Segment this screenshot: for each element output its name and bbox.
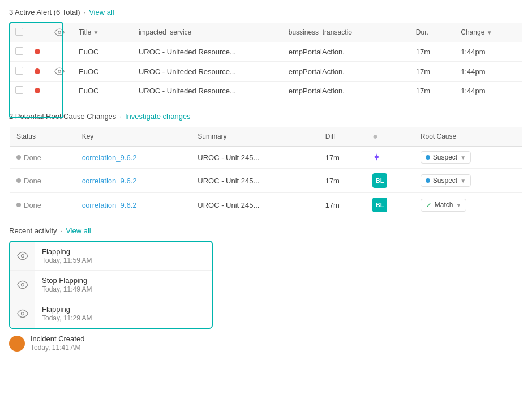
row1-title: EuOC [73, 42, 133, 62]
status-done-2: Done [16, 177, 68, 185]
dot-separator-3: · [61, 226, 63, 235]
match-badge[interactable]: ✓ Match ▼ [421, 199, 467, 212]
table-row: EuOC UROC - Uniteded Resource... empPort… [10, 62, 523, 82]
col-summary-header: Summary [191, 127, 318, 147]
col-rootcause-header: Root Cause [414, 127, 523, 147]
row2-eye-icon[interactable] [52, 66, 67, 76]
person-icon: ● [372, 131, 378, 141]
rc-row1-key: correlation_9.6.2 [75, 147, 191, 169]
row2-dur: 17m [410, 62, 455, 82]
root-cause-header-row: Status Key Summary Diff ● Root Cause [10, 127, 523, 147]
key-link-3[interactable]: correlation_9.6.2 [82, 201, 137, 209]
row3-checkbox-cell [10, 82, 29, 101]
table-row: Done correlation_9.6.2 UROC - Unit 245..… [10, 169, 523, 193]
row2-eye-cell [46, 62, 73, 82]
rc-row2-diff: 17m [319, 169, 366, 193]
suspect-badge-2[interactable]: Suspect ▼ [421, 174, 471, 187]
alerts-section: 3 Active Alert (6 Total) · View all [0, 0, 532, 104]
row2-business: empPortalAction. [283, 62, 410, 82]
row3-eye-cell [46, 82, 73, 101]
match-label: Match [435, 201, 453, 209]
eye-svg-activity-2 [17, 279, 28, 290]
alerts-header-row: Title ▼ impacted_service bussiness_trans… [10, 23, 523, 42]
dot-separator-1: · [84, 8, 86, 16]
row2-checkbox[interactable] [15, 67, 23, 75]
row1-eye-cell [46, 42, 73, 62]
row2-status-dot [35, 68, 40, 74]
svg-point-0 [58, 31, 61, 34]
row1-impacted: UROC - Uniteded Resource... [133, 42, 283, 62]
activity-view-all[interactable]: View all [66, 226, 91, 235]
done-dot-3 [16, 203, 21, 207]
rc-row2-key: correlation_9.6.2 [75, 169, 191, 193]
activity-content-1: Flapping Today, 11:59 AM [35, 242, 212, 270]
col-status-header: Status [10, 127, 75, 147]
root-cause-section: 2 Potential Root Cause Changes · Investi… [0, 104, 532, 221]
row2-title: EuOC [73, 62, 133, 82]
incident-time: Today, 11:41 AM [31, 344, 84, 352]
rc-row1-summary: UROC - Unit 245... [191, 147, 318, 169]
row2-dot-cell [29, 62, 46, 82]
done-dot-1 [16, 155, 21, 160]
row1-checkbox[interactable] [15, 47, 23, 55]
activity-content-3: Flapping Today, 11:29 AM [35, 299, 212, 328]
sparkle-avatar: ✦ [372, 152, 381, 163]
svg-point-2 [21, 255, 24, 258]
rc-row1-rootcause: Suspect ▼ [414, 147, 523, 169]
status-done-1: Done [16, 153, 68, 162]
suspect-dot-1 [426, 155, 430, 160]
investigate-changes-link[interactable]: Investigate changes [125, 112, 191, 121]
rc-row3-summary: UROC - Unit 245... [191, 193, 318, 217]
key-link-1[interactable]: correlation_9.6.2 [82, 153, 137, 162]
alerts-wrapper: Title ▼ impacted_service bussiness_trans… [9, 22, 523, 101]
orange-dot-icon [9, 336, 25, 352]
key-link-2[interactable]: correlation_9.6.2 [82, 177, 137, 185]
recent-activity-section: Recent activity · View all Flapping Toda… [0, 221, 532, 359]
row3-checkbox[interactable] [15, 86, 23, 94]
row3-title: EuOC [73, 82, 133, 101]
activity-item-time-3: Today, 11:29 AM [42, 314, 205, 322]
activity-content-2: Stop Flapping Today, 11:49 AM [35, 271, 212, 299]
alerts-header: 3 Active Alert (6 Total) · View all [9, 8, 523, 16]
suspect-dot-2 [426, 178, 430, 183]
activity-item-title-2: Stop Flapping [42, 276, 205, 285]
status-done-3: Done [16, 201, 68, 209]
root-cause-count: 2 Potential Root Cause Changes [9, 112, 116, 121]
col-diff-header: Diff [319, 127, 366, 147]
col-title-header: Title ▼ [73, 23, 133, 42]
change-sort-icon: ▼ [487, 29, 492, 36]
col-business-header: bussiness_transactio [283, 23, 410, 42]
table-row: EuOC UROC - Uniteded Resource... empPort… [10, 42, 523, 62]
svg-point-1 [58, 70, 61, 73]
bl-avatar-1: BL [372, 173, 387, 188]
rc-row2-status: Done [10, 169, 75, 193]
chevron-down-icon-3: ▼ [456, 202, 461, 208]
rc-row2-rootcause: Suspect ▼ [414, 169, 523, 193]
dot-separator-2: · [119, 112, 122, 121]
rc-row3-rootcause: ✓ Match ▼ [414, 193, 523, 217]
title-sort-icon: ▼ [93, 29, 99, 36]
eye-svg-row2 [54, 66, 65, 76]
alerts-table: Title ▼ impacted_service bussiness_trans… [9, 22, 523, 101]
row1-business: empPortalAction. [283, 42, 410, 62]
table-row: EuOC UROC - Uniteded Resource... empPort… [10, 82, 523, 101]
alerts-view-all[interactable]: View all [89, 8, 114, 16]
suspect-badge-1[interactable]: Suspect ▼ [421, 151, 471, 164]
eye-header-icon [52, 27, 67, 37]
table-row: Done correlation_9.6.2 UROC - Unit 245..… [10, 147, 523, 169]
root-cause-header: 2 Potential Root Cause Changes · Investi… [9, 112, 523, 121]
chevron-down-icon-1: ▼ [460, 155, 466, 161]
svg-point-4 [21, 312, 24, 315]
col-key-header: Key [75, 127, 191, 147]
col-checkbox [10, 23, 29, 42]
row1-dur: 17m [410, 42, 455, 62]
rc-row1-status: Done [10, 147, 75, 169]
match-check-icon: ✓ [426, 201, 432, 209]
row1-checkbox-cell [10, 42, 29, 62]
header-checkbox[interactable] [15, 28, 23, 36]
rc-row1-diff: 17m [319, 147, 366, 169]
rc-row1-avatar: ✦ [366, 147, 414, 169]
list-item: Flapping Today, 11:29 AM [10, 299, 212, 328]
incident-title: Incident Created [31, 335, 84, 343]
done-label-3: Done [24, 201, 41, 209]
